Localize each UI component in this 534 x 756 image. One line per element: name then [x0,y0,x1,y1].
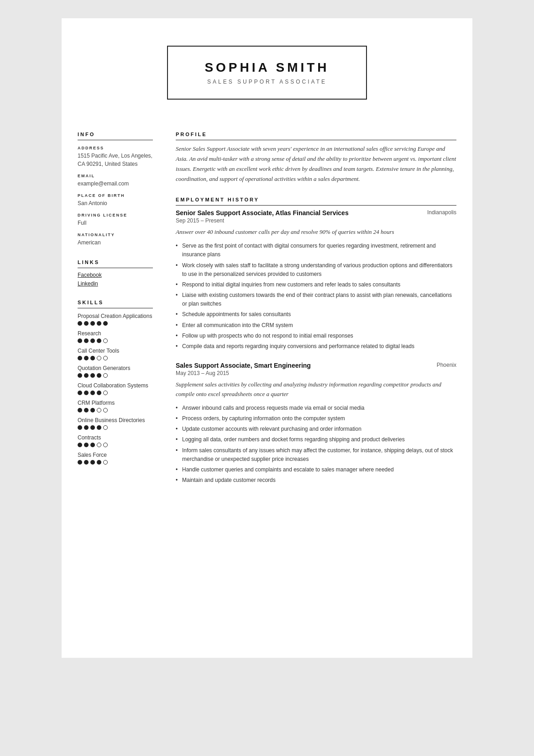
job-1-location: Indianapolis [427,209,456,216]
dot [78,373,82,378]
skill-cloud: Cloud Collaboration Systems [78,382,153,395]
bullet: Follow up with prospects who do not resp… [176,332,456,340]
dot [84,425,89,430]
job-2-summary: Supplement sales activities by collectin… [176,380,456,399]
links-section-title: LINKS [78,259,153,268]
resume-header: SOPHIA SMITH SALES SUPPORT ASSOCIATE [62,18,472,122]
job-1-title: Senior Sales Support Associate, Atlas Fi… [176,209,349,217]
candidate-title: SALES SUPPORT ASSOCIATE [204,79,329,85]
skill-dots-proposal [78,321,153,326]
job-1-dates: Sep 2015 – Present [176,217,456,224]
dot [103,321,108,326]
bullet: Enter all communication into the CRM sys… [176,321,456,330]
dot [78,443,82,447]
skill-dots-research [78,338,153,343]
resume-document: SOPHIA SMITH SALES SUPPORT ASSOCIATE INF… [62,18,472,658]
skill-dots-salesforce [78,460,153,465]
dot [78,460,82,465]
dot [90,321,95,326]
skill-salesforce: Sales Force [78,452,153,465]
header-box: SOPHIA SMITH SALES SUPPORT ASSOCIATE [167,46,366,100]
employment-title: EMPLOYMENT HISTORY [176,197,456,206]
bullet: Handle customer queries and complaints a… [176,465,456,474]
bullet: Logging all data, order numbers and dock… [176,435,456,444]
email-value: example@email.com [78,180,153,188]
nationality-value: American [78,238,153,247]
info-birthplace: PLACE OF BIRTH San Antonio [78,193,153,207]
dot-empty [97,408,101,412]
sidebar-info-section: INFO ADDRESS 1515 Pacific Ave, Los Angel… [78,132,153,247]
job-2-title: Sales Support Associate, Smart Engineeri… [176,362,311,369]
dot-empty [103,460,108,465]
bullet: Inform sales consultants of any issues w… [176,446,456,464]
nationality-label: NATIONALITY [78,233,153,237]
dot [90,443,95,447]
bullet: Schedule appointments for sales consulta… [176,310,456,319]
info-nationality: NATIONALITY American [78,233,153,247]
dot [84,408,89,412]
profile-title: PROFILE [176,132,456,140]
dot [97,391,101,395]
dot-empty [103,356,108,360]
dot [78,425,82,430]
body-layout: INFO ADDRESS 1515 Pacific Ave, Los Angel… [62,122,472,516]
job-2-header: Sales Support Associate, Smart Engineeri… [176,362,456,369]
dot-empty [103,338,108,343]
skill-online-biz: Online Business Directories [78,417,153,430]
license-label: DRIVING LICENSE [78,213,153,217]
dot [97,338,101,343]
skill-quotation: Quotation Generators [78,365,153,378]
sidebar-links-section: LINKS Facebook Linkedin [78,259,153,287]
profile-text: Senior Sales Support Associate with seve… [176,144,456,184]
info-email: EMAIL example@email.com [78,174,153,188]
skill-dots-crm [78,408,153,412]
job-2-location: Phoenix [437,362,456,368]
dot [78,408,82,412]
main-content: PROFILE Senior Sales Support Associate w… [162,132,472,497]
job-1-summary: Answer over 40 inbound customer calls pe… [176,227,456,237]
employment-section: EMPLOYMENT HISTORY Senior Sales Support … [176,197,456,485]
bullet: Liaise with existing customers towards t… [176,291,456,308]
dot [84,373,89,378]
job-1: Senior Sales Support Associate, Atlas Fi… [176,209,456,351]
email-label: EMAIL [78,174,153,178]
dot [84,321,89,326]
profile-section: PROFILE Senior Sales Support Associate w… [176,132,456,184]
dot [84,356,89,360]
dot [90,408,95,412]
facebook-link[interactable]: Facebook [78,272,153,278]
dot [90,460,95,465]
dot [84,460,89,465]
info-license: DRIVING LICENSE Full [78,213,153,227]
linkedin-link[interactable]: Linkedin [78,280,153,287]
bullet: Serve as the first point of contact with… [176,242,456,259]
dot [97,373,101,378]
dot [90,373,95,378]
license-value: Full [78,219,153,227]
dot [84,443,89,447]
job-2-dates: May 2013 – Aug 2015 [176,370,456,376]
dot-empty [97,356,101,360]
bullet: Work closely with sales staff to facilit… [176,261,456,279]
job-1-bullets: Serve as the first point of contact with… [176,242,456,351]
birthplace-value: San Antonio [78,199,153,207]
dot [78,391,82,395]
dot [90,356,95,360]
job-2-bullets: Answer inbound calls and process request… [176,404,456,485]
dot [78,356,82,360]
dot [84,338,89,343]
address-label: ADDRESS [78,146,153,150]
skill-callcenter: Call Center Tools [78,348,153,360]
dot [78,338,82,343]
sidebar: INFO ADDRESS 1515 Pacific Ave, Los Angel… [62,132,162,497]
sidebar-skills-section: SKILLS Proposal Creation Applications Re… [78,300,153,465]
skills-section-title: SKILLS [78,300,153,308]
dot [84,391,89,395]
skill-proposal: Proposal Creation Applications [78,313,153,326]
dot [97,425,101,430]
dot-empty [103,373,108,378]
dot [97,321,101,326]
bullet: Answer inbound calls and process request… [176,404,456,412]
dot-empty [103,425,108,430]
skill-contracts: Contracts [78,434,153,447]
